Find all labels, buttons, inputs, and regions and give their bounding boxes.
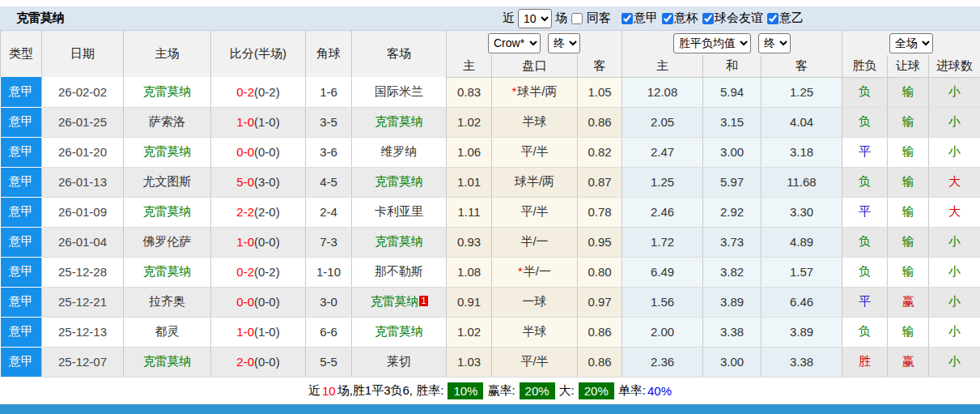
home-team[interactable]: 佛罗伦萨 (124, 227, 211, 257)
home-team[interactable]: 克雷莫纳 (124, 197, 211, 227)
league-tag: 意甲 (1, 197, 42, 227)
score: 0-0(0-0) (211, 287, 306, 317)
league-filter-serie-a: 意甲 (621, 11, 658, 26)
match-date: 26-01-25 (42, 107, 124, 137)
away-team[interactable]: 克雷莫纳 (352, 227, 447, 257)
league-tag: 意甲 (1, 227, 42, 257)
match-date: 26-02-02 (42, 77, 124, 107)
away-team[interactable]: 那不勒斯 (352, 257, 447, 287)
handicap-win-badge: 20% (520, 382, 555, 399)
odds-company-group: Crow* 终 (447, 31, 622, 55)
match-row: 意甲26-01-09克雷莫纳2-2(2-0)2-4卡利亚里1.11平/半0.78… (1, 197, 980, 227)
handicap-line: 半球 (492, 317, 578, 347)
mean-away: 3.18 (762, 137, 842, 167)
result-handicap: 赢 (888, 287, 929, 317)
score: 1-0(1-0) (211, 107, 306, 137)
handicap-line: 平/半 (492, 347, 578, 377)
match-row: 意甲25-12-07克雷莫纳2-0(0-0)5-5莱切1.03平/半0.862.… (1, 347, 980, 377)
mean-home: 1.72 (622, 227, 703, 257)
games-label: 场 (555, 11, 567, 26)
handicap-line: 半球 (492, 107, 578, 137)
score: 5-0(3-0) (211, 167, 306, 197)
league-tag: 意甲 (1, 107, 42, 137)
home-team[interactable]: 都灵 (124, 317, 211, 347)
mean-home: 2.46 (622, 197, 703, 227)
serie-a-checkbox[interactable] (622, 13, 633, 24)
home-team[interactable]: 克雷莫纳 (124, 347, 211, 377)
result-goals: 小 (929, 227, 980, 257)
home-team[interactable]: 萨索洛 (124, 107, 211, 137)
result-handicap: 赢 (888, 347, 929, 377)
serie-b-checkbox[interactable] (767, 13, 778, 24)
corners: 7-3 (306, 227, 352, 257)
coppa-checkbox[interactable] (662, 13, 673, 24)
result-goals: 小 (929, 287, 980, 317)
away-team[interactable]: 维罗纳 (352, 137, 447, 167)
odds-company-select[interactable]: Crow* (488, 33, 541, 53)
odds-state-select-mid[interactable]: 终 (758, 33, 791, 53)
odds-state-select-left[interactable]: 终 (548, 33, 580, 53)
friendly-checkbox[interactable] (702, 13, 714, 24)
result-handicap: 输 (888, 137, 929, 167)
scope-select[interactable]: 全场 (889, 33, 933, 53)
odds-away: 0.86 (578, 107, 622, 137)
score: 1-0(1-0) (211, 317, 306, 347)
single-label: 单率: (618, 383, 646, 399)
odds-away: 0.95 (578, 227, 622, 257)
home-team[interactable]: 克雷莫纳 (124, 257, 211, 287)
match-row: 意甲25-12-21拉齐奥0-0(0-0)3-0克雷莫纳10.91一球0.971… (1, 287, 980, 317)
league-tag: 意甲 (1, 347, 42, 377)
home-team[interactable]: 尤文图斯 (124, 167, 211, 197)
odds-home: 1.06 (447, 137, 492, 167)
match-date: 26-01-09 (42, 197, 124, 227)
match-date: 25-12-13 (42, 317, 124, 347)
subheader-mean-home: 主 (622, 55, 703, 77)
odds-home: 1.01 (447, 167, 492, 197)
home-team[interactable]: 克雷莫纳 (124, 77, 211, 107)
near-label: 近 (503, 11, 515, 26)
corners: 6-6 (306, 317, 352, 347)
mean-draw: 3.82 (703, 257, 762, 287)
away-team[interactable]: 克雷莫纳 (352, 107, 447, 137)
odds-away: 1.05 (578, 77, 622, 107)
match-row: 意甲26-01-13尤文图斯5-0(3-0)4-5克雷莫纳1.01球半/两0.8… (1, 167, 980, 197)
away-team[interactable]: 国际米兰 (352, 77, 447, 107)
league-tag: 意甲 (1, 287, 42, 317)
mean-draw: 5.94 (703, 77, 762, 107)
result-goals: 小 (929, 347, 980, 377)
col-header-away: 客场 (352, 31, 447, 77)
mean-home: 1.56 (622, 287, 703, 317)
near-count-select[interactable]: 10 (518, 9, 552, 28)
mean-away: 1.57 (762, 257, 842, 287)
mean-away: 3.38 (762, 347, 842, 377)
mean-away: 6.46 (762, 287, 842, 317)
same-away-checkbox[interactable] (571, 13, 583, 24)
away-team[interactable]: 莱切 (352, 347, 447, 377)
corners: 3-5 (306, 107, 352, 137)
league-tag: 意甲 (1, 317, 42, 347)
mean-draw: 3.73 (703, 227, 762, 257)
odds-home: 0.93 (447, 227, 492, 257)
subheader-odds-away: 客 (578, 55, 622, 77)
mean-draw: 3.00 (703, 137, 762, 167)
home-team[interactable]: 克雷莫纳 (124, 137, 211, 167)
single-value: 40% (647, 384, 672, 398)
away-team[interactable]: 克雷莫纳 (352, 317, 447, 347)
mean-home: 6.49 (622, 257, 703, 287)
result-handicap: 输 (888, 317, 929, 347)
result-goals: 小 (929, 77, 980, 107)
odds-away: 0.97 (578, 287, 622, 317)
summary-record: 场,胜1平3负6, 胜率: (337, 383, 444, 399)
mean-odds-select[interactable]: 胜平负均值 (673, 33, 751, 53)
red-card-badge: 1 (419, 296, 427, 306)
corners: 1-6 (306, 77, 352, 107)
col-header-type: 类型 (1, 31, 42, 77)
away-team[interactable]: 卡利亚里 (352, 197, 447, 227)
home-team[interactable]: 拉齐奥 (124, 287, 211, 317)
mean-draw: 3.38 (703, 317, 762, 347)
away-team[interactable]: 克雷莫纳 (352, 167, 447, 197)
big-label: 大: (559, 383, 575, 399)
away-team[interactable]: 克雷莫纳1 (352, 287, 447, 317)
mean-odds-group: 胜平负均值 终 (622, 31, 842, 55)
handicap-line: 一球 (492, 287, 578, 317)
